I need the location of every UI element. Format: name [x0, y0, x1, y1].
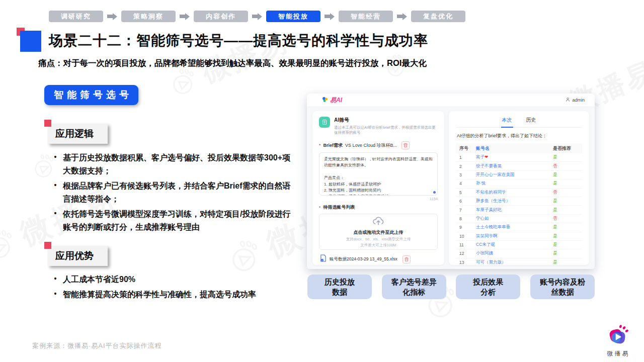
flow-step-5: 智能经营 — [339, 11, 393, 22]
recommend-flag: 是 — [553, 180, 582, 187]
feature-badge: 智能筛号选号 — [44, 85, 138, 105]
tab-1[interactable]: 本次 — [502, 117, 512, 124]
col-header-name: 账号名 — [476, 145, 553, 152]
row-index: 7 — [456, 208, 476, 213]
recommend-flag: 是 — [553, 233, 582, 239]
app-body: AI筛号 通过本工具可以让AI帮你分析brief需求，并根据需求筛选出更值得推荐… — [307, 107, 595, 269]
row-index: 4 — [456, 181, 476, 186]
excel-file-icon — [320, 254, 327, 264]
data-source-chip-3: 投后效果分析 — [456, 275, 520, 299]
recommend-flag: 否 — [553, 190, 582, 196]
recommend-flag: 是 — [553, 198, 582, 204]
account-name-link[interactable]: 笑笑同学啊 — [476, 233, 553, 239]
table-row: 12小张阿姨是 — [456, 249, 582, 258]
table-row: 5不知名的程同学否 — [456, 189, 582, 197]
watermark-paw-icon — [0, 222, 22, 266]
table-row: 6胖多鱼（生活号）是 — [456, 197, 582, 206]
account-name-link[interactable]: 土土今晚吃串串香 — [476, 224, 553, 230]
row-index: 5 — [456, 190, 476, 195]
row-index: 9 — [456, 225, 476, 230]
bullet-dot-icon: • — [48, 208, 63, 234]
flow-arrow-icon — [252, 13, 262, 20]
tool-title: AI筛号 — [334, 117, 438, 124]
chip-line: 客户选号差异 — [391, 277, 437, 287]
row-index: 3 — [456, 172, 476, 177]
tool-description: 通过本工具可以让AI帮你分析brief需求，并根据需求筛选出更值得推荐的账号 — [334, 125, 438, 135]
row-index: 13 — [456, 260, 476, 265]
flow-step-3: 内容创作 — [194, 11, 248, 22]
bullet-text: 人工成本节省近90% — [63, 273, 135, 286]
bullet-item: •依托筛号选号微调模型深度学习训练，对特定项目/投放阶段进行账号的判断或打分，生… — [48, 208, 293, 234]
flow-step-4: 智能投放 — [266, 11, 320, 22]
bullet-item: •根据品牌客户已有候选账号列表，并结合客户Brief需求的自然语言描述等指令； — [48, 179, 293, 206]
bullet-item: •人工成本节省近90% — [48, 273, 293, 286]
account-name-link[interactable]: 宁心如 — [476, 216, 553, 222]
upload-hint-types: 支持docx、txt、xls、xlsx类型文件上传 — [346, 237, 411, 242]
recommend-flag: 是 — [553, 250, 582, 256]
logic-bullet-list: •基于历史投放数据积累、客户选号偏好、投后效果数据等300+项大数据支持；•根据… — [48, 151, 293, 235]
brief-label: Brief需求 — [324, 142, 343, 149]
flow-step-2: 策略洞察 — [121, 11, 176, 22]
uploaded-file-row: 账号数据2024-03-29 13_49_55.xlsx — [319, 254, 438, 264]
brief-label-row: * Brief需求 VS Love Cloud 珍珠杯B... — [319, 141, 438, 149]
account-name-link[interactable]: 孙 悦 — [476, 180, 553, 187]
row-index: 1 — [456, 155, 476, 160]
account-name-link[interactable]: 饺子不要香菜 — [476, 163, 553, 169]
user-menu[interactable]: admin — [566, 97, 585, 103]
account-name-link[interactable]: 小张阿姨 — [476, 250, 553, 256]
account-name-link[interactable]: 英子❤ — [476, 154, 553, 160]
table-row: 13可可（努力版）是 — [456, 258, 582, 267]
app-screenshot: 易AI admin — [307, 94, 595, 269]
brief-textarea[interactable]: 柔光聚拢文胸（珍珠杯），针对追求内衣面料舒适度、美观和功能性兼具的女性群体。 产… — [319, 152, 438, 196]
bullet-text: 根据品牌客户已有候选账号列表，并结合客户Brief需求的自然语言描述等指令； — [63, 179, 293, 206]
flow-arrow-icon — [107, 13, 117, 20]
brand-logo-icon — [607, 340, 630, 348]
chip-line: 丝数据 — [551, 287, 574, 297]
account-name-link[interactable]: 可可（努力版） — [476, 259, 553, 265]
title-accent-blue-square — [20, 31, 41, 52]
recommend-flag: 否 — [553, 163, 582, 169]
chip-line: 投后效果 — [473, 277, 503, 287]
account-name-link[interactable]: 不知名的程同学 — [476, 190, 553, 196]
recommend-flag: 是 — [553, 154, 582, 160]
page-title: 场景二十二：智能筛号选号——提高选号的科学性与成功率 — [49, 31, 428, 50]
upload-label-row: * 待筛选账号列表 — [319, 204, 438, 211]
data-source-chip-2: 客户选号差异化指标 — [382, 275, 446, 299]
delete-brief-button[interactable] — [401, 141, 410, 149]
tab-2[interactable]: 历史 — [526, 117, 536, 124]
cloud-upload-icon — [372, 216, 385, 228]
required-asterisk: * — [319, 205, 321, 210]
bullet-dot-icon: • — [48, 179, 63, 206]
recommend-flag: 是 — [553, 259, 582, 265]
bullet-dot-icon: • — [48, 151, 63, 177]
table-row: 1英子❤是 — [456, 153, 582, 162]
row-index: 6 — [456, 199, 476, 204]
account-name-link[interactable]: 胖多鱼（生活号） — [476, 198, 553, 204]
table-row: 3开开心心一家在美国是 — [456, 171, 582, 179]
process-flow: 调研研究策略洞察内容创作智能投放智能经营复盘优化 — [49, 11, 465, 22]
chip-line: 分析 — [480, 287, 496, 297]
flow-arrow-icon — [325, 13, 335, 20]
upload-label: 待筛选账号列表 — [324, 204, 355, 211]
section-heading-logic: 应用逻辑 — [48, 124, 108, 144]
table-row: 10笑笑同学啊是 — [456, 232, 582, 241]
table-row: 8宁心如否 — [456, 215, 582, 223]
account-name-link[interactable]: 车厘子真好吃 — [476, 207, 553, 213]
row-index: 8 — [456, 216, 476, 221]
recommend-flag: 是 — [553, 224, 582, 230]
results-panel: 本次历史 AI仔细的分析了brief要求，得出了如下结论： 序号 账号名 是否推… — [449, 111, 589, 265]
slide: 微播易微播易微播易微播易 调研研究策略洞察内容创作智能投放智能经营复盘优化 场景… — [0, 0, 644, 362]
bullet-dot-icon: • — [48, 288, 63, 301]
uploaded-file-name: 账号数据2024-03-29 13_49_55.xlsx — [330, 256, 397, 262]
account-name-link[interactable]: 开开心心一家在美国 — [476, 172, 553, 178]
brand-logo: 微播易 — [601, 324, 636, 358]
results-tabs: 本次历史 — [456, 111, 582, 128]
tool-header: AI筛号 通过本工具可以让AI帮你分析brief需求，并根据需求筛选出更值得推荐… — [319, 117, 438, 135]
bullet-text: 依托筛号选号微调模型深度学习训练，对特定项目/投放阶段进行账号的判断或打分，生成… — [63, 208, 293, 234]
flow-step-6: 复盘优化 — [411, 11, 465, 22]
file-upload-dropzone[interactable]: 点击或拖动文件至此上传 支持docx、txt、xls、xlsx类型文件上传 文件… — [319, 214, 438, 250]
user-name: admin — [572, 98, 585, 103]
delete-file-button[interactable] — [403, 255, 411, 263]
chip-line: 数据 — [332, 287, 347, 297]
account-name-link[interactable]: CC来了呢 — [476, 242, 553, 248]
